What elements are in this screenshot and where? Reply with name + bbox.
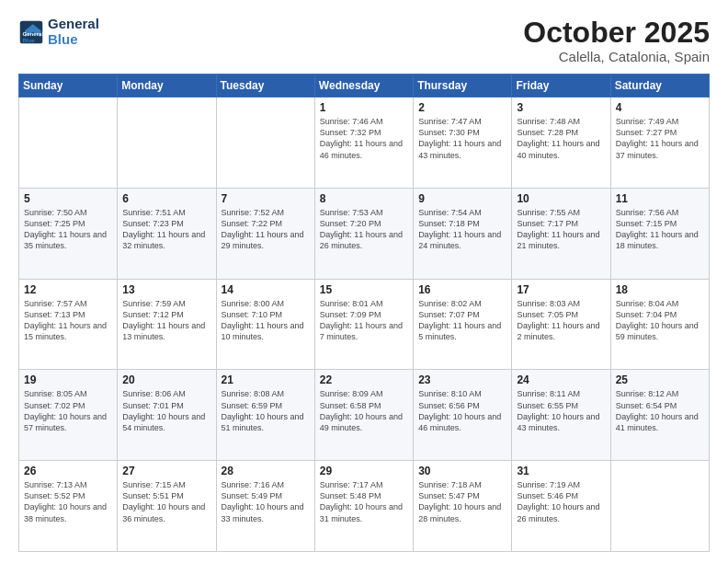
day-info: Sunrise: 7:51 AM Sunset: 7:23 PM Dayligh… [122,207,210,252]
day-info: Sunrise: 7:52 AM Sunset: 7:22 PM Dayligh… [222,207,310,252]
header-row: Sunday Monday Tuesday Wednesday Thursday… [19,75,710,98]
day-number: 7 [222,192,310,205]
day-info: Sunrise: 8:04 AM Sunset: 7:04 PM Dayligh… [616,298,704,343]
day-info: Sunrise: 7:48 AM Sunset: 7:28 PM Dayligh… [517,116,605,161]
day-info: Sunrise: 7:57 AM Sunset: 7:13 PM Dayligh… [24,298,112,343]
day-info: Sunrise: 8:02 AM Sunset: 7:07 PM Dayligh… [418,298,506,343]
calendar-cell: 22Sunrise: 8:09 AM Sunset: 6:58 PM Dayli… [314,370,413,461]
header-sunday: Sunday [19,75,118,98]
day-info: Sunrise: 7:47 AM Sunset: 7:30 PM Dayligh… [418,116,506,161]
day-info: Sunrise: 7:19 AM Sunset: 5:46 PM Dayligh… [517,479,605,524]
day-info: Sunrise: 8:09 AM Sunset: 6:58 PM Dayligh… [320,388,408,433]
calendar-cell: 5Sunrise: 7:50 AM Sunset: 7:25 PM Daylig… [19,188,118,279]
calendar-cell: 15Sunrise: 8:01 AM Sunset: 7:09 PM Dayli… [314,279,413,370]
calendar-cell: 2Sunrise: 7:47 AM Sunset: 7:30 PM Daylig… [414,98,512,189]
day-number: 21 [222,373,310,386]
day-number: 25 [616,373,704,386]
day-number: 9 [418,192,506,205]
day-number: 28 [222,465,310,477]
header-saturday: Saturday [610,75,709,98]
day-number: 4 [616,101,704,114]
day-number: 22 [320,373,408,386]
day-number: 17 [517,283,605,296]
calendar-cell: 10Sunrise: 7:55 AM Sunset: 7:17 PM Dayli… [512,188,610,279]
day-number: 24 [517,373,605,386]
calendar-cell: 4Sunrise: 7:49 AM Sunset: 7:27 PM Daylig… [610,98,709,189]
calendar-cell: 7Sunrise: 7:52 AM Sunset: 7:22 PM Daylig… [216,188,314,279]
svg-text:Blue: Blue [22,36,35,42]
day-number: 19 [24,373,112,386]
calendar-cell: 3Sunrise: 7:48 AM Sunset: 7:28 PM Daylig… [512,98,610,189]
calendar-cell: 28Sunrise: 7:16 AM Sunset: 5:49 PM Dayli… [216,461,314,552]
day-number: 26 [24,465,112,477]
day-info: Sunrise: 8:03 AM Sunset: 7:05 PM Dayligh… [517,298,605,343]
calendar-cell [216,98,314,189]
day-info: Sunrise: 8:12 AM Sunset: 6:54 PM Dayligh… [616,388,704,433]
day-info: Sunrise: 7:17 AM Sunset: 5:48 PM Dayligh… [320,479,408,524]
logo-text: General Blue [48,17,99,47]
header-friday: Friday [512,75,610,98]
calendar-week-2: 12Sunrise: 7:57 AM Sunset: 7:13 PM Dayli… [19,279,710,370]
calendar-cell: 16Sunrise: 8:02 AM Sunset: 7:07 PM Dayli… [414,279,512,370]
day-number: 31 [517,465,605,477]
calendar-cell: 31Sunrise: 7:19 AM Sunset: 5:46 PM Dayli… [512,461,610,552]
header-thursday: Thursday [414,75,512,98]
calendar-cell: 20Sunrise: 8:06 AM Sunset: 7:01 PM Dayli… [118,370,216,461]
day-info: Sunrise: 7:13 AM Sunset: 5:52 PM Dayligh… [24,479,112,524]
calendar-cell: 25Sunrise: 8:12 AM Sunset: 6:54 PM Dayli… [610,370,709,461]
calendar-table: Sunday Monday Tuesday Wednesday Thursday… [18,74,710,552]
title-block: October 2025 Calella, Catalonia, Spain [523,17,710,64]
calendar-cell [118,98,216,189]
calendar-cell: 19Sunrise: 8:05 AM Sunset: 7:02 PM Dayli… [19,370,118,461]
calendar-week-3: 19Sunrise: 8:05 AM Sunset: 7:02 PM Dayli… [19,370,710,461]
day-number: 12 [24,283,112,296]
logo: General Blue General Blue [18,17,99,47]
calendar-week-1: 5Sunrise: 7:50 AM Sunset: 7:25 PM Daylig… [19,188,710,279]
calendar-cell: 23Sunrise: 8:10 AM Sunset: 6:56 PM Dayli… [414,370,512,461]
calendar-cell: 8Sunrise: 7:53 AM Sunset: 7:20 PM Daylig… [314,188,413,279]
calendar-cell: 12Sunrise: 7:57 AM Sunset: 7:13 PM Dayli… [19,279,118,370]
day-number: 23 [418,373,506,386]
day-info: Sunrise: 8:00 AM Sunset: 7:10 PM Dayligh… [222,298,310,343]
day-number: 10 [517,192,605,205]
calendar-cell: 17Sunrise: 8:03 AM Sunset: 7:05 PM Dayli… [512,279,610,370]
day-number: 2 [418,101,506,114]
day-number: 5 [24,192,112,205]
calendar-cell: 18Sunrise: 8:04 AM Sunset: 7:04 PM Dayli… [610,279,709,370]
day-info: Sunrise: 7:15 AM Sunset: 5:51 PM Dayligh… [122,479,210,524]
day-number: 14 [222,283,310,296]
calendar-cell: 30Sunrise: 7:18 AM Sunset: 5:47 PM Dayli… [414,461,512,552]
day-info: Sunrise: 8:11 AM Sunset: 6:55 PM Dayligh… [517,388,605,433]
day-info: Sunrise: 8:05 AM Sunset: 7:02 PM Dayligh… [24,388,112,433]
day-info: Sunrise: 7:50 AM Sunset: 7:25 PM Dayligh… [24,207,112,252]
day-number: 13 [122,283,210,296]
day-number: 18 [616,283,704,296]
calendar-cell: 14Sunrise: 8:00 AM Sunset: 7:10 PM Dayli… [216,279,314,370]
day-info: Sunrise: 7:54 AM Sunset: 7:18 PM Dayligh… [418,207,506,252]
calendar-subtitle: Calella, Catalonia, Spain [523,49,710,64]
day-info: Sunrise: 7:16 AM Sunset: 5:49 PM Dayligh… [222,479,310,524]
header: General Blue General Blue October 2025 C… [18,17,710,64]
logo-general: General [48,17,99,32]
calendar-cell [19,98,118,189]
day-info: Sunrise: 7:46 AM Sunset: 7:32 PM Dayligh… [320,116,408,161]
calendar-cell [610,461,709,552]
calendar-cell: 11Sunrise: 7:56 AM Sunset: 7:15 PM Dayli… [610,188,709,279]
calendar-cell: 24Sunrise: 8:11 AM Sunset: 6:55 PM Dayli… [512,370,610,461]
day-number: 3 [517,101,605,114]
day-number: 11 [616,192,704,205]
day-info: Sunrise: 7:53 AM Sunset: 7:20 PM Dayligh… [320,207,408,252]
day-number: 6 [122,192,210,205]
calendar-week-0: 1Sunrise: 7:46 AM Sunset: 7:32 PM Daylig… [19,98,710,189]
day-info: Sunrise: 8:08 AM Sunset: 6:59 PM Dayligh… [222,388,310,433]
calendar-cell: 13Sunrise: 7:59 AM Sunset: 7:12 PM Dayli… [118,279,216,370]
calendar-cell: 21Sunrise: 8:08 AM Sunset: 6:59 PM Dayli… [216,370,314,461]
calendar-week-4: 26Sunrise: 7:13 AM Sunset: 5:52 PM Dayli… [19,461,710,552]
logo-icon: General Blue [18,19,44,45]
calendar-body: 1Sunrise: 7:46 AM Sunset: 7:32 PM Daylig… [19,98,710,552]
calendar-cell: 27Sunrise: 7:15 AM Sunset: 5:51 PM Dayli… [118,461,216,552]
header-wednesday: Wednesday [314,75,413,98]
day-info: Sunrise: 7:56 AM Sunset: 7:15 PM Dayligh… [616,207,704,252]
logo-blue: Blue [48,31,78,47]
calendar-cell: 26Sunrise: 7:13 AM Sunset: 5:52 PM Dayli… [19,461,118,552]
